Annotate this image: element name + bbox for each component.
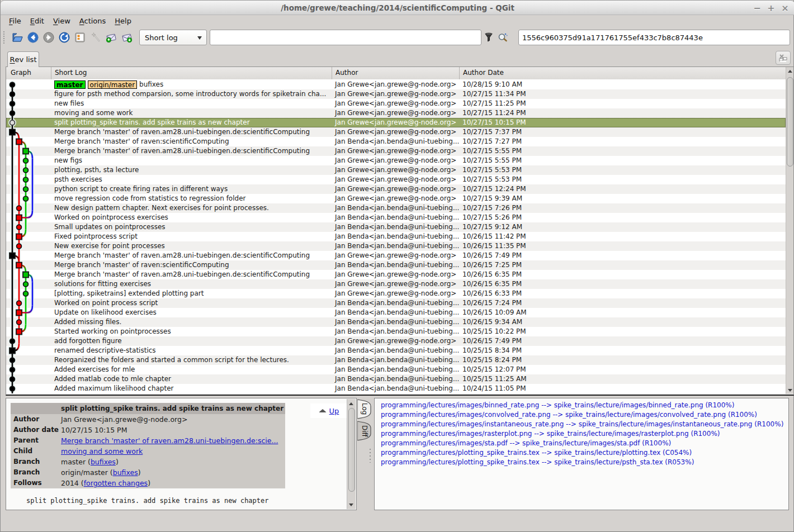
- author-cell: Jan Grewe<jan.grewe@g-node.org>: [332, 146, 460, 156]
- table-row[interactable]: Worked on point process scriptJan Benda<…: [6, 298, 786, 308]
- file-change-line[interactable]: programming/lectures/images/instantaneou…: [375, 420, 788, 429]
- forward-icon[interactable]: [42, 30, 55, 45]
- menu-actions[interactable]: Actions: [79, 17, 106, 25]
- table-row[interactable]: new figsJan Grewe<jan.grewe@g-node.org>1…: [6, 156, 786, 165]
- menu-view[interactable]: View: [53, 17, 70, 25]
- author-date-cell: 10/26/15 7:49 PM: [460, 336, 786, 346]
- open-repository-icon[interactable]: [11, 30, 23, 45]
- back-icon[interactable]: [27, 30, 39, 45]
- table-row[interactable]: Merge branch 'master' of raven.am28.uni-…: [6, 270, 786, 279]
- short-log-cell: psth exercises: [51, 175, 332, 184]
- table-row[interactable]: add forgotten figureJan Grewe<jan.grewe@…: [6, 336, 786, 346]
- column-header-author-date[interactable]: Author Date: [460, 67, 786, 79]
- menu-file[interactable]: File: [9, 17, 21, 25]
- scroll-up-arrow[interactable]: [786, 67, 794, 75]
- apply-patch-icon[interactable]: [121, 30, 133, 45]
- table-row[interactable]: Worked on pointprocess exercisesJan Bend…: [6, 213, 786, 222]
- filter-input[interactable]: [210, 30, 481, 45]
- table-row[interactable]: Fixed pointprocess scriptJan Benda<jan.b…: [6, 232, 786, 241]
- side-tab-log[interactable]: Log: [357, 399, 372, 419]
- file-change-line[interactable]: programming/lectures/plotting_spike_trai…: [375, 458, 788, 467]
- table-row[interactable]: moving and some workJan Grewe<jan.grewe@…: [6, 108, 786, 118]
- table-row[interactable]: Merge branch 'master' of raven.am28.uni-…: [6, 127, 786, 137]
- table-row[interactable]: plotting, psth, sta lectureJan Grewe<jan…: [6, 165, 786, 175]
- rev-list-scrollbar[interactable]: [786, 67, 793, 394]
- detail-scrollbar[interactable]: [347, 399, 356, 509]
- view-mode-select[interactable]: Short log: [139, 30, 207, 45]
- detail-link[interactable]: bufixes: [91, 458, 116, 466]
- minimize-button[interactable]: −: [752, 3, 762, 13]
- file-change-line[interactable]: programming/lectures/images/convolved_ra…: [375, 410, 788, 420]
- table-row[interactable]: New design pattern chapter. Next exercis…: [6, 203, 786, 213]
- short-log-cell: renamed descriptive-statistics: [51, 346, 332, 355]
- table-row[interactable]: Added exercises for mleJan Benda<jan.ben…: [6, 365, 786, 374]
- short-log-text: bufixes: [139, 80, 163, 89]
- scroll-down-arrow[interactable]: [786, 386, 794, 394]
- table-row[interactable]: Merge branch 'master' of raven.am28.uni-…: [6, 251, 786, 260]
- short-log-text: Merge branch 'master' of raven.am28.uni-…: [54, 127, 310, 137]
- commit-graph: [6, 80, 55, 393]
- ref-badge-master[interactable]: master: [54, 80, 86, 89]
- file-change-line[interactable]: programming/lectures/images/binned_rate.…: [375, 401, 788, 410]
- splitter-handle[interactable]: [369, 448, 371, 463]
- table-row[interactable]: Added maximum likelihood chapterJan Bend…: [6, 384, 786, 393]
- sha-input[interactable]: [518, 30, 790, 45]
- close-button[interactable]: ×: [780, 3, 790, 13]
- table-row[interactable]: Added missing files.Jan Benda<jan.benda@…: [6, 317, 786, 327]
- table-row[interactable]: solutions for fitting exercisesJan Grewe…: [6, 279, 786, 289]
- reload-icon[interactable]: [58, 30, 70, 45]
- detail-link[interactable]: bufixes: [113, 468, 138, 477]
- file-change-line[interactable]: programming/lectures/images/sta.pdf --> …: [375, 439, 788, 448]
- table-row[interactable]: psth exercisesJan Grewe<jan.grewe@g-node…: [6, 175, 786, 184]
- detail-scroll-thumb[interactable]: [348, 408, 355, 492]
- scrollbar-thumb[interactable]: [787, 77, 793, 167]
- table-row[interactable]: Added matlab code to mle chapterJan Bend…: [6, 374, 786, 384]
- table-row[interactable]: Merge branch 'master' of raven:scientifi…: [6, 137, 786, 146]
- table-row[interactable]: Update on likelihood exercisesJan Benda<…: [6, 308, 786, 317]
- rev-list-header: GraphShort LogAuthorAuthor Date: [6, 67, 786, 79]
- table-row[interactable]: Merge branch 'master' of raven.am28.uni-…: [6, 146, 786, 156]
- table-row[interactable]: New exercise for point processesJan Bend…: [6, 241, 786, 251]
- menu-edit[interactable]: Edit: [30, 17, 44, 25]
- detail-link[interactable]: Merge branch 'master' of raven.am28.uni-…: [61, 436, 278, 445]
- maximize-button[interactable]: +: [766, 3, 776, 13]
- wand-icon[interactable]: [89, 30, 102, 45]
- menu-help[interactable]: Help: [115, 17, 131, 25]
- table-row[interactable]: move regression code from statistics to …: [6, 194, 786, 203]
- detail-link[interactable]: forgotten changes: [84, 479, 148, 487]
- highlight-search-button[interactable]: [496, 30, 509, 45]
- open-view-icon[interactable]: [74, 30, 86, 45]
- table-row[interactable]: split plotting_spike trains. add spike t…: [6, 118, 786, 127]
- side-tab-diff[interactable]: Diff: [357, 421, 372, 441]
- detail-scroll-up[interactable]: [347, 400, 355, 407]
- up-link-label[interactable]: Up: [329, 407, 339, 415]
- filter-button[interactable]: [482, 30, 495, 45]
- tab-rev-list[interactable]: Rev list: [7, 51, 39, 67]
- ref-badge-origin-master[interactable]: origin/master: [88, 80, 138, 89]
- close-tab-button[interactable]: [776, 51, 791, 65]
- table-row[interactable]: python script to create firing rates in …: [6, 184, 786, 194]
- titlebar[interactable]: /home/grewe/teaching/2014/scientificComp…: [1, 0, 794, 15]
- table-row[interactable]: Reorganized the folders and started a co…: [6, 355, 786, 365]
- author-date-cell: 10/25/15 11:25 AM: [460, 374, 786, 384]
- column-header-graph[interactable]: Graph: [6, 67, 51, 79]
- up-link[interactable]: Up: [310, 403, 347, 418]
- toolbar-handle[interactable]: [3, 30, 5, 45]
- table-row[interactable]: Merge branch 'master' of raven:scientifi…: [6, 260, 786, 270]
- save-patch-icon[interactable]: [105, 30, 117, 45]
- table-row[interactable]: Small updates on pointprocessesJan Benda…: [6, 222, 786, 232]
- table-row[interactable]: renamed descriptive-statisticsJan Benda<…: [6, 346, 786, 355]
- column-header-short-log[interactable]: Short Log: [51, 67, 332, 79]
- table-row[interactable]: Started working on pointprocessesJan Ben…: [6, 327, 786, 336]
- file-change-line[interactable]: programming/lectures/plotting_spike_trai…: [375, 448, 788, 458]
- table-row[interactable]: new filesJan Grewe<jan.grewe@g-node.org>…: [6, 99, 786, 108]
- filter-funnel-icon: [484, 32, 493, 42]
- author-cell: Jan Benda<jan.benda@uni-tuebing...: [332, 327, 460, 336]
- detail-scroll-down[interactable]: [347, 501, 355, 509]
- table-row[interactable]: [plotting, spiketrains] extended plottin…: [6, 289, 786, 298]
- table-row[interactable]: masterorigin/masterbufixesJan Grewe<jan.…: [6, 80, 786, 89]
- detail-link[interactable]: moving and some work: [61, 447, 143, 455]
- column-header-author[interactable]: Author: [332, 67, 460, 79]
- table-row[interactable]: figure for psth method comparsion, some …: [6, 89, 786, 99]
- file-change-line[interactable]: programming/lectures/images/rasterplot.p…: [375, 429, 788, 439]
